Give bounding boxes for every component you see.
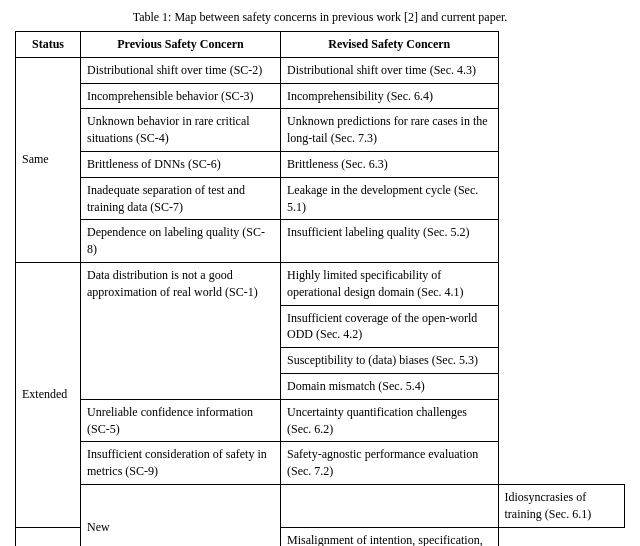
revised-cell: Distributional shift over time (Sec. 4.3… [281,57,499,83]
previous-cell [16,527,81,546]
previous-cell: Insufficient consideration of safety in … [81,442,281,485]
revised-cell: Highly limited specificability of operat… [281,262,499,305]
previous-cell: Distributional shift over time (SC-2) [81,57,281,83]
safety-concerns-table: Status Previous Safety Concern Revised S… [15,31,625,546]
previous-cell: Inadequate separation of test and traini… [81,177,281,220]
previous-cell: Brittleness of DNNs (SC-6) [81,151,281,177]
previous-cell: Unreliable confidence information (SC-5) [81,399,281,442]
table-row: Incomprehensible behavior (SC-3)Incompre… [16,83,625,109]
revised-cell: Domain mismatch (Sec. 5.4) [281,373,499,399]
status-cell-new: New [81,484,281,546]
table-row: NewIdiosyncrasies of training (Sec. 6.1) [16,484,625,527]
revised-cell: Unknown predictions for rare cases in th… [281,109,499,152]
revised-cell: Safety-agnostic performance evaluation (… [281,442,499,485]
previous-cell [281,484,499,527]
table-row: ExtendedData distribution is not a good … [16,262,625,305]
revised-cell: Insufficient coverage of the open-world … [281,305,499,348]
revised-cell: Brittleness (Sec. 6.3) [281,151,499,177]
table-caption: Table 1: Map between safety concerns in … [15,10,625,25]
previous-cell: Dependence on labeling quality (SC-8) [81,220,281,263]
previous-cell: Unknown behavior in rare critical situat… [81,109,281,152]
revised-cell: Susceptibility to (data) biases (Sec. 5.… [281,348,499,374]
table-row: Insufficient consideration of safety in … [16,442,625,485]
revised-cell: Leakage in the development cycle (Sec. 5… [281,177,499,220]
table-row: SameDistributional shift over time (SC-2… [16,57,625,83]
header-previous: Previous Safety Concern [81,32,281,58]
table-row: Inadequate separation of test and traini… [16,177,625,220]
revised-cell: Misalignment of intention, specification… [281,527,499,546]
table-row: Unreliable confidence information (SC-5)… [16,399,625,442]
header-status: Status [16,32,81,58]
previous-cell: Incomprehensible behavior (SC-3) [81,83,281,109]
revised-cell: Incomprehensibility (Sec. 6.4) [281,83,499,109]
table-row: Dependence on labeling quality (SC-8)Ins… [16,220,625,263]
status-cell-extended: Extended [16,262,81,527]
status-cell-same: Same [16,57,81,262]
revised-cell: Idiosyncrasies of training (Sec. 6.1) [498,484,625,527]
table-row: Unknown behavior in rare critical situat… [16,109,625,152]
table-header-row: Status Previous Safety Concern Revised S… [16,32,625,58]
previous-cell: Data distribution is not a good approxim… [81,262,281,399]
revised-cell: Uncertainty quantification challenges (S… [281,399,499,442]
table-row: Brittleness of DNNs (SC-6)Brittleness (S… [16,151,625,177]
revised-cell: Insufficient labeling quality (Sec. 5.2) [281,220,499,263]
header-revised: Revised Safety Concern [281,32,499,58]
